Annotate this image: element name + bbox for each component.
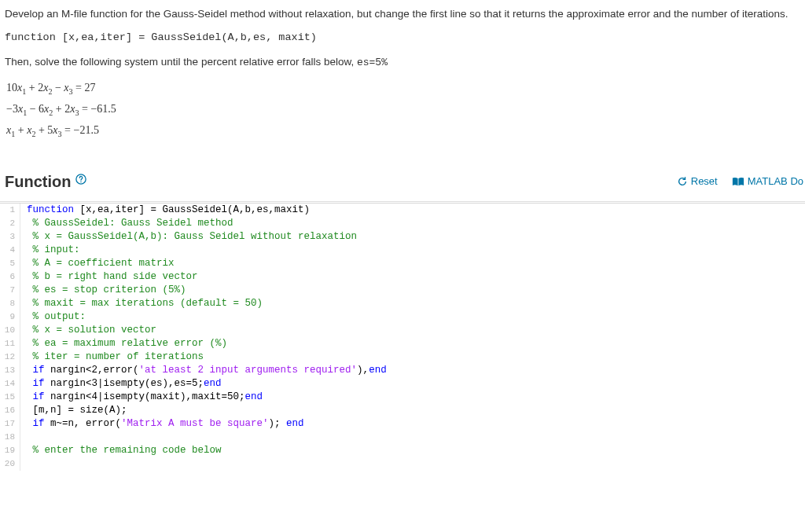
line-number: 8 [0, 297, 20, 310]
code-row[interactable]: 17 if m~=n, error('Matrix A must be squa… [0, 417, 805, 431]
code-row[interactable]: 11 % ea = maximum relative error (%) [0, 337, 805, 350]
code-line[interactable]: if m~=n, error('Matrix A must be square'… [20, 417, 304, 431]
code-row[interactable]: 3 % x = GaussSeidel(A,b): Gauss Seidel w… [0, 230, 805, 244]
code-line[interactable]: % b = right hand side vector [20, 270, 198, 284]
line-number: 4 [0, 244, 20, 257]
code-row[interactable]: 10 % x = solution vector [0, 324, 805, 337]
code-row[interactable]: 19 % enter the remaining code below [0, 444, 805, 457]
reset-button[interactable]: Reset [677, 174, 718, 189]
code-line[interactable]: if nargin<2,error('at least 2 input argu… [20, 364, 387, 377]
line-number: 6 [0, 270, 20, 284]
line-number: 9 [0, 310, 20, 324]
code-line[interactable]: % iter = number of iterations [20, 350, 204, 364]
line-number: 19 [0, 444, 20, 457]
code-line[interactable]: % x = solution vector [20, 324, 156, 337]
code-row[interactable]: 1function [x,ea,iter] = GaussSeidel(A,b,… [0, 204, 805, 217]
code-row[interactable]: 18 [0, 431, 805, 444]
matlab-label: MATLAB Do [748, 174, 803, 189]
code-line[interactable] [20, 457, 27, 471]
reset-label: Reset [691, 174, 718, 189]
section-title: Function [5, 170, 71, 193]
line-number: 3 [0, 230, 20, 244]
function-section-header: Function Reset MATLAB Do [0, 165, 805, 202]
line-number: 13 [0, 364, 20, 377]
help-icon[interactable] [75, 173, 86, 189]
equation-3: x1 + x2 + 5x3 = −21.5 [6, 120, 800, 141]
code-line[interactable]: % ea = maximum relative error (%) [20, 337, 227, 350]
problem-line2-text: Then, solve the following system until t… [5, 56, 357, 68]
line-number: 2 [0, 217, 20, 230]
line-number: 20 [0, 457, 20, 471]
line-number: 15 [0, 391, 20, 404]
line-number: 14 [0, 377, 20, 391]
header-actions: Reset MATLAB Do [677, 174, 803, 189]
problem-statement: Develop an M-file function for the Gauss… [0, 0, 805, 141]
code-line[interactable]: if nargin<4|isempty(maxit),maxit=50;end [20, 391, 263, 404]
line-number: 7 [0, 284, 20, 297]
code-line[interactable]: % enter the remaining code below [20, 444, 222, 457]
line-number: 10 [0, 324, 20, 337]
line-number: 17 [0, 417, 20, 431]
code-line[interactable]: % input: [20, 244, 80, 257]
code-line[interactable]: function [x,ea,iter] = GaussSeidel(A,b,e… [20, 204, 310, 217]
line-number: 11 [0, 337, 20, 350]
code-line[interactable]: % maxit = max iterations (default = 50) [20, 297, 263, 310]
problem-line2: Then, solve the following system until t… [5, 54, 800, 71]
code-row[interactable]: 6 % b = right hand side vector [0, 270, 805, 284]
svg-point-1 [81, 182, 83, 183]
code-row[interactable]: 16 [m,n] = size(A); [0, 404, 805, 417]
equation-1: 10x1 + 2x2 − x3 = 27 [6, 78, 800, 99]
code-line[interactable]: % GaussSeidel: Gauss Seidel method [20, 217, 233, 230]
code-line[interactable]: % es = stop criterion (5%) [20, 284, 186, 297]
line-number: 1 [0, 204, 20, 217]
problem-es-value: es=5% [357, 57, 388, 68]
problem-code-line: function [x,ea,iter] = GaussSeidel(A,b,e… [5, 30, 800, 46]
equation-2: −3x1 − 6x2 + 2x3 = −61.5 [6, 99, 800, 120]
code-row[interactable]: 15 if nargin<4|isempty(maxit),maxit=50;e… [0, 391, 805, 404]
matlab-docs-button[interactable]: MATLAB Do [732, 174, 803, 189]
problem-line1: Develop an M-file function for the Gauss… [5, 6, 800, 22]
line-number: 18 [0, 431, 20, 444]
code-line[interactable]: [m,n] = size(A); [20, 404, 127, 417]
line-number: 5 [0, 257, 20, 270]
code-line[interactable]: if nargin<3|isempty(es),es=5;end [20, 377, 222, 391]
code-row[interactable]: 14 if nargin<3|isempty(es),es=5;end [0, 377, 805, 391]
book-icon [732, 176, 744, 187]
line-number: 12 [0, 350, 20, 364]
code-editor[interactable]: 1function [x,ea,iter] = GaussSeidel(A,b,… [0, 203, 805, 471]
code-row[interactable]: 12 % iter = number of iterations [0, 350, 805, 364]
code-row[interactable]: 7 % es = stop criterion (5%) [0, 284, 805, 297]
code-row[interactable]: 2 % GaussSeidel: Gauss Seidel method [0, 217, 805, 230]
code-row[interactable]: 20 [0, 457, 805, 471]
code-row[interactable]: 8 % maxit = max iterations (default = 50… [0, 297, 805, 310]
line-number: 16 [0, 404, 20, 417]
code-line[interactable]: % x = GaussSeidel(A,b): Gauss Seidel wit… [20, 230, 357, 244]
code-row[interactable]: 9 % output: [0, 310, 805, 324]
code-line[interactable]: % output: [20, 310, 86, 324]
code-row[interactable]: 4 % input: [0, 244, 805, 257]
code-line[interactable] [20, 431, 27, 444]
code-line[interactable]: % A = coefficient matrix [20, 257, 175, 270]
code-row[interactable]: 5 % A = coefficient matrix [0, 257, 805, 270]
code-row[interactable]: 13 if nargin<2,error('at least 2 input a… [0, 364, 805, 377]
section-title-wrap: Function [5, 170, 86, 193]
equation-block: 10x1 + 2x2 − x3 = 27 −3x1 − 6x2 + 2x3 = … [6, 78, 800, 141]
reset-icon [677, 176, 688, 187]
